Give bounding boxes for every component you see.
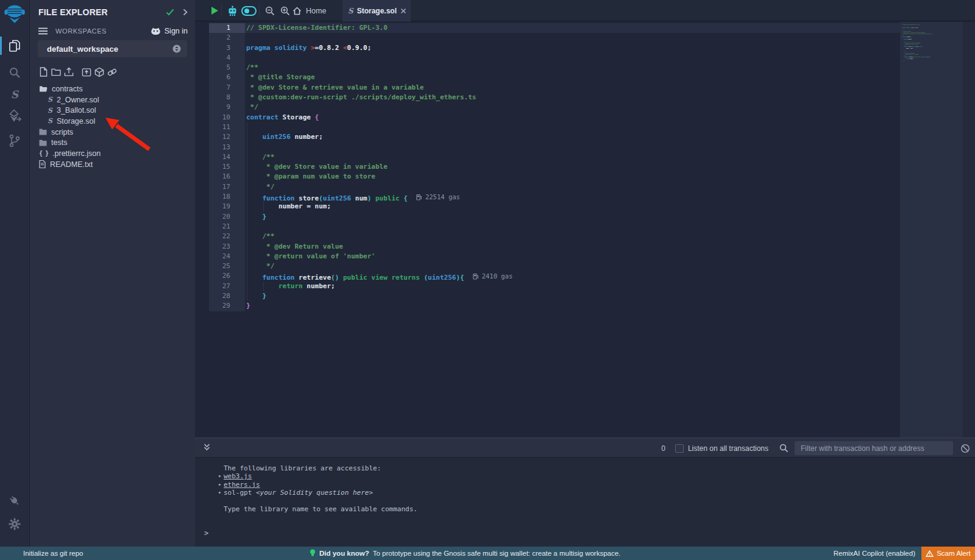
- workspace-select[interactable]: default_workspace: [38, 40, 187, 57]
- folder-icon: [39, 140, 47, 146]
- terminal-intro-line: The following libraries are accessible:: [195, 464, 975, 472]
- code-line-21[interactable]: 21: [195, 222, 900, 232]
- code-line-16[interactable]: 16 * @param num value to store: [195, 172, 900, 182]
- init-git-repo-button[interactable]: Initialize as git repo: [23, 547, 83, 560]
- remix-logo[interactable]: [0, 4, 29, 24]
- line-number: 23: [209, 242, 245, 252]
- editor-scrollbar[interactable]: [963, 22, 975, 438]
- sidebar-item-deploy-run[interactable]: [0, 106, 29, 126]
- zoom-out-icon: [265, 6, 275, 16]
- deploy-icon: [8, 109, 21, 122]
- file-explorer-icon: [8, 38, 21, 53]
- code-editor[interactable]: 1// SPDX-License-Identifier: GPL-3.023pr…: [195, 22, 975, 438]
- code-line-28[interactable]: 28 }: [195, 291, 900, 301]
- code-line-10[interactable]: 10contract Storage {: [195, 113, 900, 122]
- close-tab-icon[interactable]: [400, 8, 406, 14]
- minimap[interactable]: // SPDX-License-Identifier: GPL-3.0pragm…: [900, 22, 963, 438]
- line-number: 22: [209, 232, 245, 241]
- code-line-27[interactable]: 27 return number;: [195, 282, 900, 291]
- github-icon: [151, 27, 161, 35]
- sidebar-item-solidity-compiler[interactable]: S: [0, 85, 29, 104]
- sign-in-button[interactable]: Sign in: [151, 27, 188, 35]
- code-line-18[interactable]: 18 function store(uint256 num) public {2…: [195, 192, 900, 202]
- code-line-4[interactable]: 4: [195, 53, 900, 63]
- chevron-right-icon[interactable]: [183, 9, 188, 16]
- hamburger-menu-icon[interactable]: [38, 27, 48, 35]
- code-line-29[interactable]: 29}: [195, 301, 900, 311]
- sidebar-item-search[interactable]: [0, 63, 29, 82]
- editor-tabbar: Home S Storage.sol: [195, 0, 975, 21]
- line-number: 26: [209, 271, 245, 281]
- terminal: 0 Listen on all transactions The followi…: [195, 438, 975, 547]
- line-number: 27: [209, 282, 245, 291]
- code-line-1[interactable]: 1// SPDX-License-Identifier: GPL-3.0: [195, 23, 900, 33]
- code-line-20[interactable]: 20 }: [195, 212, 900, 222]
- tree-item-readme-txt[interactable]: README.txt: [30, 159, 195, 170]
- terminal-output[interactable]: The following libraries are accessible:•…: [195, 458, 975, 547]
- workspace-sort-icon: [172, 44, 181, 53]
- collapse-terminal-icon[interactable]: [203, 443, 211, 454]
- home-icon: [292, 7, 302, 15]
- tree-item-2-owner-sol[interactable]: S2_Owner.sol: [30, 94, 195, 105]
- gas-estimate: 22514 gas: [416, 192, 460, 202]
- terminal-hint-line: Type the library name to see available c…: [195, 505, 975, 513]
- terminal-prompt[interactable]: >: [204, 529, 208, 537]
- ai-copilot-button[interactable]: [225, 0, 239, 21]
- red-arrow-annotation: [98, 115, 157, 152]
- line-number: 28: [209, 291, 245, 301]
- scam-alert-button[interactable]: Scam Alert: [921, 547, 975, 560]
- robot-icon: [227, 5, 238, 16]
- code-line-5[interactable]: 5/**: [195, 63, 900, 73]
- tree-item-label: .prettierrc.json: [52, 149, 101, 158]
- code-line-7[interactable]: 7 * @dev Store & retrieve value in a var…: [195, 83, 900, 93]
- new-file-icon[interactable]: [38, 66, 48, 78]
- sidebar-item-git[interactable]: [0, 131, 29, 151]
- sol-icon: S: [48, 117, 52, 125]
- zoom-in-button[interactable]: [279, 0, 291, 21]
- transaction-filter-input[interactable]: [795, 441, 953, 455]
- code-line-13[interactable]: 13: [195, 143, 900, 152]
- tree-item-label: 2_Owner.sol: [57, 96, 99, 104]
- run-script-button[interactable]: [207, 0, 222, 21]
- line-number: 16: [209, 172, 245, 182]
- sidebar-item-settings[interactable]: [0, 514, 29, 534]
- code-line-25[interactable]: 25 */: [195, 261, 900, 271]
- sol-icon: S: [48, 107, 52, 115]
- tab-storage-sol[interactable]: S Storage.sol: [342, 0, 411, 21]
- code-line-23[interactable]: 23 * @dev Return value: [195, 242, 900, 252]
- zoom-out-button[interactable]: [264, 0, 276, 21]
- sidebar-item-file-explorer[interactable]: [0, 36, 29, 55]
- code-line-8[interactable]: 8 * @custom:dev-run-script ./scripts/dep…: [195, 93, 900, 102]
- upload-file-icon[interactable]: [64, 66, 74, 78]
- tab-home[interactable]: Home: [292, 0, 326, 21]
- lightbulb-icon: [310, 549, 316, 558]
- code-line-17[interactable]: 17 */: [195, 182, 900, 192]
- listen-all-transactions-checkbox[interactable]: [675, 444, 684, 453]
- code-line-3[interactable]: 3pragma solidity >=0.8.2 <0.9.0;: [195, 43, 900, 53]
- status-bar: Initialize as git repo Did you know? To …: [0, 547, 975, 560]
- code-line-24[interactable]: 24 * @return value of 'number': [195, 252, 900, 261]
- upload-folder-icon[interactable]: [82, 66, 91, 78]
- sidebar-item-plugin-manager[interactable]: [0, 491, 29, 511]
- code-line-11[interactable]: 11: [195, 122, 900, 132]
- terminal-library-sol-gpt: •sol-gpt <your Solidity question here>: [195, 489, 975, 497]
- line-number: 14: [209, 152, 245, 162]
- code-line-14[interactable]: 14 /**: [195, 152, 900, 162]
- code-line-9[interactable]: 9 */: [195, 102, 900, 112]
- code-line-2[interactable]: 2: [195, 33, 900, 43]
- compile-check-icon[interactable]: [166, 9, 174, 16]
- copilot-status[interactable]: RemixAI Copilot (enabled): [834, 547, 915, 560]
- code-line-19[interactable]: 19 number = num;: [195, 202, 900, 211]
- code-line-15[interactable]: 15 * @dev Store value in variable: [195, 162, 900, 172]
- code-line-22[interactable]: 22 /**: [195, 232, 900, 241]
- code-line-26[interactable]: 26 function retrieve() public view retur…: [195, 271, 900, 281]
- load-cube-icon[interactable]: [94, 66, 104, 78]
- clear-console-icon[interactable]: [960, 444, 970, 453]
- terminal-search-icon[interactable]: [779, 444, 789, 453]
- code-line-12[interactable]: 12 uint256 number;: [195, 132, 900, 142]
- new-folder-icon[interactable]: [51, 66, 61, 78]
- tree-item-contracts[interactable]: contracts: [30, 83, 195, 94]
- link-icon[interactable]: [107, 66, 117, 78]
- code-line-6[interactable]: 6 * @title Storage: [195, 73, 900, 82]
- copilot-toggle[interactable]: [240, 0, 257, 21]
